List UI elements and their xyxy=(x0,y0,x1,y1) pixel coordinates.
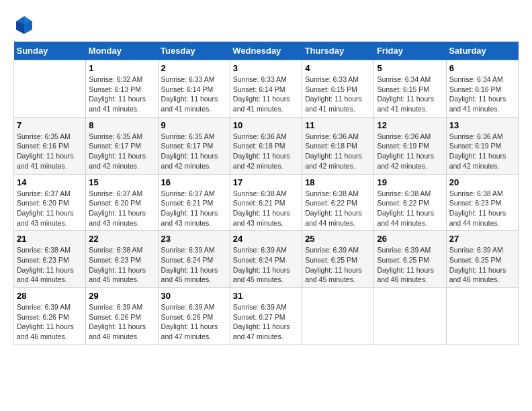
calendar-day: 14Sunrise: 6:37 AMSunset: 6:20 PMDayligh… xyxy=(14,174,86,231)
day-info: Sunrise: 6:34 AMSunset: 6:16 PMDaylight:… xyxy=(449,75,515,114)
column-header-wednesday: Wednesday xyxy=(230,42,302,60)
day-number: 31 xyxy=(233,291,299,301)
column-header-saturday: Saturday xyxy=(446,42,518,60)
calendar-day: 1Sunrise: 6:32 AMSunset: 6:13 PMDaylight… xyxy=(86,60,158,118)
calendar-day: 5Sunrise: 6:34 AMSunset: 6:15 PMDaylight… xyxy=(374,60,446,118)
page-header xyxy=(13,13,519,35)
day-info: Sunrise: 6:38 AMSunset: 6:23 PMDaylight:… xyxy=(449,189,515,228)
day-info: Sunrise: 6:38 AMSunset: 6:21 PMDaylight:… xyxy=(233,189,299,228)
day-number: 20 xyxy=(449,177,515,187)
day-number: 2 xyxy=(161,63,227,73)
day-info: Sunrise: 6:38 AMSunset: 6:22 PMDaylight:… xyxy=(305,189,371,228)
day-info: Sunrise: 6:39 AMSunset: 6:25 PMDaylight:… xyxy=(305,245,371,285)
day-info: Sunrise: 6:39 AMSunset: 6:26 PMDaylight:… xyxy=(161,302,227,342)
calendar-day: 19Sunrise: 6:38 AMSunset: 6:22 PMDayligh… xyxy=(374,174,446,231)
day-number: 16 xyxy=(161,177,227,187)
calendar-day: 10Sunrise: 6:36 AMSunset: 6:18 PMDayligh… xyxy=(230,117,302,174)
column-header-friday: Friday xyxy=(374,42,446,60)
calendar-day: 8Sunrise: 6:35 AMSunset: 6:17 PMDaylight… xyxy=(86,117,158,174)
day-number: 26 xyxy=(377,234,443,244)
day-number: 30 xyxy=(161,291,227,301)
day-info: Sunrise: 6:35 AMSunset: 6:16 PMDaylight:… xyxy=(17,132,83,171)
day-number: 14 xyxy=(17,177,83,187)
calendar-day: 20Sunrise: 6:38 AMSunset: 6:23 PMDayligh… xyxy=(446,174,518,231)
calendar-day: 31Sunrise: 6:39 AMSunset: 6:27 PMDayligh… xyxy=(230,288,302,345)
day-info: Sunrise: 6:36 AMSunset: 6:19 PMDaylight:… xyxy=(449,132,515,171)
day-number: 6 xyxy=(449,63,515,73)
day-info: Sunrise: 6:35 AMSunset: 6:17 PMDaylight:… xyxy=(89,132,154,171)
calendar-day xyxy=(302,288,374,345)
day-number: 18 xyxy=(305,177,371,187)
column-header-monday: Monday xyxy=(86,42,158,60)
calendar-day: 6Sunrise: 6:34 AMSunset: 6:16 PMDaylight… xyxy=(446,60,518,118)
logo xyxy=(13,13,38,35)
calendar-day: 28Sunrise: 6:39 AMSunset: 6:26 PMDayligh… xyxy=(14,288,86,345)
day-info: Sunrise: 6:37 AMSunset: 6:20 PMDaylight:… xyxy=(17,189,83,228)
day-info: Sunrise: 6:35 AMSunset: 6:17 PMDaylight:… xyxy=(161,132,227,171)
day-info: Sunrise: 6:33 AMSunset: 6:14 PMDaylight:… xyxy=(233,75,299,114)
calendar-week-1: 1Sunrise: 6:32 AMSunset: 6:13 PMDaylight… xyxy=(14,60,519,118)
calendar-day xyxy=(446,288,518,345)
calendar-week-4: 21Sunrise: 6:38 AMSunset: 6:23 PMDayligh… xyxy=(14,231,519,288)
calendar-table: SundayMondayTuesdayWednesdayThursdayFrid… xyxy=(13,42,519,345)
logo-icon xyxy=(13,13,35,35)
day-number: 25 xyxy=(305,234,371,244)
day-info: Sunrise: 6:34 AMSunset: 6:15 PMDaylight:… xyxy=(377,75,443,114)
day-info: Sunrise: 6:39 AMSunset: 6:25 PMDaylight:… xyxy=(449,245,515,285)
day-number: 19 xyxy=(377,177,443,187)
calendar-day: 25Sunrise: 6:39 AMSunset: 6:25 PMDayligh… xyxy=(302,231,374,288)
day-number: 1 xyxy=(89,63,154,73)
calendar-day: 9Sunrise: 6:35 AMSunset: 6:17 PMDaylight… xyxy=(158,117,230,174)
day-info: Sunrise: 6:33 AMSunset: 6:15 PMDaylight:… xyxy=(305,75,371,114)
column-header-tuesday: Tuesday xyxy=(158,42,230,60)
day-number: 17 xyxy=(233,177,299,187)
day-number: 15 xyxy=(89,177,154,187)
calendar-day: 18Sunrise: 6:38 AMSunset: 6:22 PMDayligh… xyxy=(302,174,374,231)
calendar-day: 16Sunrise: 6:37 AMSunset: 6:21 PMDayligh… xyxy=(158,174,230,231)
calendar-day: 11Sunrise: 6:36 AMSunset: 6:18 PMDayligh… xyxy=(302,117,374,174)
calendar-week-5: 28Sunrise: 6:39 AMSunset: 6:26 PMDayligh… xyxy=(14,288,519,345)
calendar-day: 29Sunrise: 6:39 AMSunset: 6:26 PMDayligh… xyxy=(86,288,158,345)
day-number: 23 xyxy=(161,234,227,244)
day-info: Sunrise: 6:39 AMSunset: 6:25 PMDaylight:… xyxy=(377,245,443,285)
day-number: 24 xyxy=(233,234,299,244)
calendar-day: 27Sunrise: 6:39 AMSunset: 6:25 PMDayligh… xyxy=(446,231,518,288)
calendar-day: 15Sunrise: 6:37 AMSunset: 6:20 PMDayligh… xyxy=(86,174,158,231)
day-number: 22 xyxy=(89,234,154,244)
calendar-day: 23Sunrise: 6:39 AMSunset: 6:24 PMDayligh… xyxy=(158,231,230,288)
column-header-sunday: Sunday xyxy=(14,42,86,60)
day-info: Sunrise: 6:39 AMSunset: 6:24 PMDaylight:… xyxy=(161,245,227,285)
day-number: 21 xyxy=(17,234,83,244)
calendar-day: 26Sunrise: 6:39 AMSunset: 6:25 PMDayligh… xyxy=(374,231,446,288)
day-info: Sunrise: 6:36 AMSunset: 6:19 PMDaylight:… xyxy=(377,132,443,171)
day-number: 10 xyxy=(233,120,299,130)
day-number: 12 xyxy=(377,120,443,130)
calendar-week-3: 14Sunrise: 6:37 AMSunset: 6:20 PMDayligh… xyxy=(14,174,519,231)
calendar-day: 2Sunrise: 6:33 AMSunset: 6:14 PMDaylight… xyxy=(158,60,230,118)
calendar-day: 17Sunrise: 6:38 AMSunset: 6:21 PMDayligh… xyxy=(230,174,302,231)
day-number: 28 xyxy=(17,291,83,301)
day-number: 27 xyxy=(449,234,515,244)
calendar-day: 13Sunrise: 6:36 AMSunset: 6:19 PMDayligh… xyxy=(446,117,518,174)
day-info: Sunrise: 6:37 AMSunset: 6:21 PMDaylight:… xyxy=(161,189,227,228)
calendar-day: 21Sunrise: 6:38 AMSunset: 6:23 PMDayligh… xyxy=(14,231,86,288)
calendar-day: 22Sunrise: 6:38 AMSunset: 6:23 PMDayligh… xyxy=(86,231,158,288)
day-info: Sunrise: 6:37 AMSunset: 6:20 PMDaylight:… xyxy=(89,189,154,228)
day-number: 4 xyxy=(305,63,371,73)
day-info: Sunrise: 6:33 AMSunset: 6:14 PMDaylight:… xyxy=(161,75,227,114)
day-info: Sunrise: 6:39 AMSunset: 6:26 PMDaylight:… xyxy=(17,302,83,342)
day-info: Sunrise: 6:32 AMSunset: 6:13 PMDaylight:… xyxy=(89,75,154,114)
column-headers: SundayMondayTuesdayWednesdayThursdayFrid… xyxy=(14,42,519,60)
calendar-day: 12Sunrise: 6:36 AMSunset: 6:19 PMDayligh… xyxy=(374,117,446,174)
day-number: 13 xyxy=(449,120,515,130)
day-info: Sunrise: 6:38 AMSunset: 6:23 PMDaylight:… xyxy=(17,245,83,285)
day-info: Sunrise: 6:36 AMSunset: 6:18 PMDaylight:… xyxy=(305,132,371,171)
calendar-day: 30Sunrise: 6:39 AMSunset: 6:26 PMDayligh… xyxy=(158,288,230,345)
day-number: 5 xyxy=(377,63,443,73)
calendar-day xyxy=(374,288,446,345)
day-info: Sunrise: 6:38 AMSunset: 6:23 PMDaylight:… xyxy=(89,245,154,285)
calendar-day: 7Sunrise: 6:35 AMSunset: 6:16 PMDaylight… xyxy=(14,117,86,174)
calendar-day xyxy=(14,60,86,118)
day-info: Sunrise: 6:39 AMSunset: 6:24 PMDaylight:… xyxy=(233,245,299,285)
day-number: 29 xyxy=(89,291,154,301)
